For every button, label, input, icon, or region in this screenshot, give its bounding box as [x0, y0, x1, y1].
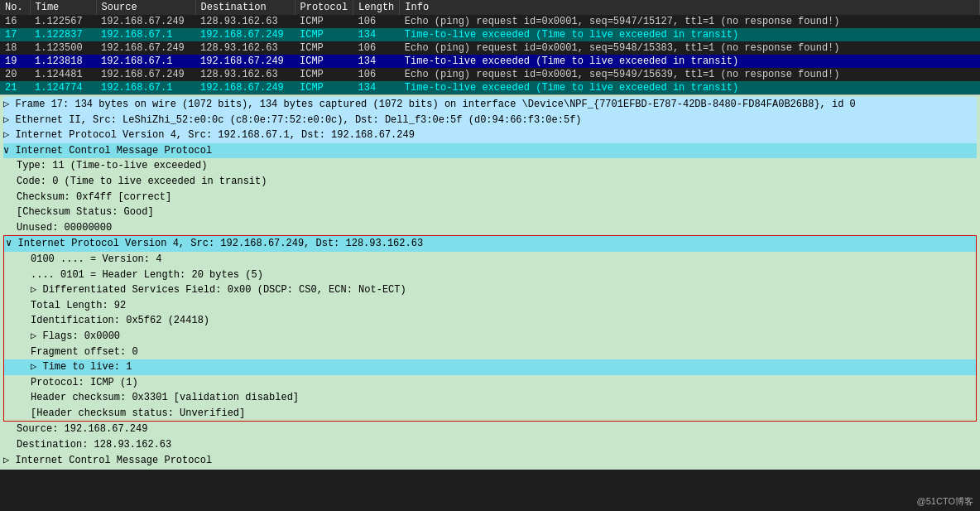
- icmp-type-line: Type: 11 (Time-to-live exceeded): [3, 158, 977, 174]
- table-cell-2: 192.168.67.249: [96, 41, 195, 55]
- inner-ip-proto-line: Protocol: ICMP (1): [4, 375, 976, 391]
- table-cell-1: 1.124774: [30, 81, 96, 94]
- inner-ip-version-text: 0100 .... = Version: 4: [31, 253, 161, 265]
- ethernet-text: Ethernet II, Src: LeShiZhi_52:e0:0c (c8:…: [15, 114, 581, 126]
- icmp-unused-line: Unused: 00000000: [3, 220, 977, 236]
- icmp-inner-line[interactable]: ▷ Internet Control Message Protocol: [3, 453, 977, 469]
- col-header-dst: Destination: [195, 0, 295, 15]
- table-cell-5: 106: [353, 15, 400, 28]
- icmp-inner-text: Internet Control Message Protocol: [15, 455, 212, 466]
- table-cell-3: 192.168.67.249: [195, 55, 295, 68]
- ipv4-outer-line[interactable]: ▷ Internet Protocol Version 4, Src: 192.…: [3, 128, 977, 143]
- inner-ip-ttl-text: Time to live: 1: [42, 361, 132, 373]
- col-header-len: Length: [353, 0, 400, 15]
- icmp-code-text: Code: 0 (Time to live exceeded in transi…: [17, 176, 267, 187]
- inner-ip-title-line[interactable]: ∨ Internet Protocol Version 4, Src: 192.…: [4, 236, 976, 252]
- table-row[interactable]: 201.124481192.168.67.249128.93.162.63ICM…: [0, 68, 980, 81]
- table-cell-6: Time-to-live exceeded (Time to live exce…: [400, 81, 980, 94]
- col-header-src: Source: [96, 0, 195, 15]
- table-row[interactable]: 211.124774192.168.67.1192.168.67.249ICMP…: [0, 81, 980, 94]
- table-cell-4: ICMP: [295, 68, 353, 81]
- table-cell-4: ICMP: [295, 55, 353, 68]
- col-header-time: Time: [30, 0, 96, 15]
- table-cell-4: ICMP: [295, 15, 353, 28]
- inner-ip-total-len-text: Total Length: 92: [31, 300, 126, 311]
- inner-ip-version-line: 0100 .... = Version: 4: [4, 252, 976, 268]
- table-cell-3: 128.93.162.63: [195, 15, 295, 28]
- inner-ip-ttl-line[interactable]: ▷ Time to live: 1: [4, 359, 976, 375]
- table-cell-5: 106: [353, 68, 400, 81]
- inner-ip-title-text: Internet Protocol Version 4, Src: 192.16…: [17, 238, 423, 249]
- inner-ip-dst-line: Destination: 128.93.162.63: [3, 437, 977, 453]
- ipv4-outer-arrow: ▷: [3, 129, 15, 141]
- inner-ip-header-len-text: .... 0101 = Header Length: 20 bytes (5): [31, 269, 263, 281]
- table-cell-3: 128.93.162.63: [195, 68, 295, 81]
- inner-ip-id-line: Identification: 0x5f62 (24418): [4, 313, 976, 329]
- table-cell-6: Echo (ping) request id=0x0001, seq=5948/…: [400, 41, 980, 55]
- inner-ip-arrow: ∨: [6, 238, 17, 249]
- icmp-checksum-text: Checksum: 0xf4ff [correct]: [17, 191, 171, 203]
- table-cell-3: 192.168.67.249: [195, 28, 295, 41]
- inner-ip-dsfield-arrow: ▷: [31, 284, 42, 296]
- frame-line[interactable]: ▷ Frame 17: 134 bytes on wire (1072 bits…: [3, 97, 977, 113]
- table-cell-5: 106: [353, 41, 400, 55]
- inner-ip-dst-text: Destination: 128.93.162.63: [17, 439, 171, 451]
- table-row[interactable]: 161.122567192.168.67.249128.93.162.63ICM…: [0, 15, 980, 28]
- table-cell-6: Time-to-live exceeded (Time to live exce…: [400, 55, 980, 68]
- inner-ip-ttl-arrow: ▷: [31, 361, 42, 373]
- ethernet-line[interactable]: ▷ Ethernet II, Src: LeShiZhi_52:e0:0c (c…: [3, 113, 977, 128]
- table-cell-1: 1.124481: [30, 68, 96, 81]
- inner-ip-src-text: Source: 192.168.67.249: [17, 423, 147, 435]
- detail-pane: ▷ Frame 17: 134 bytes on wire (1072 bits…: [0, 94, 980, 470]
- inner-ip-dsfield-text: Differentiated Services Field: 0x00 (DSC…: [42, 284, 406, 296]
- packet-table: No. Time Source Destination Protocol Len…: [0, 0, 980, 94]
- inner-ip-box: ∨ Internet Protocol Version 4, Src: 192.…: [3, 235, 977, 422]
- inner-ip-hchecksum-text: Header checksum: 0x3301 [validation disa…: [31, 392, 299, 403]
- table-cell-1: 1.123500: [30, 41, 96, 55]
- icmp-outer-line[interactable]: ∨ Internet Control Message Protocol: [3, 143, 977, 159]
- icmp-checksum-status-text: [Checksum Status: Good]: [17, 206, 154, 218]
- table-cell-0: 16: [0, 15, 30, 28]
- table-cell-3: 192.168.67.249: [195, 81, 295, 94]
- icmp-inner-arrow: ▷: [3, 455, 15, 466]
- frame-text: Frame 17: 134 bytes on wire (1072 bits),…: [15, 99, 855, 110]
- icmp-type-text: Type: 11 (Time-to-live exceeded): [17, 160, 207, 171]
- table-row[interactable]: 171.122837192.168.67.1192.168.67.249ICMP…: [0, 28, 980, 41]
- inner-ip-total-len-line: Total Length: 92: [4, 298, 976, 314]
- inner-ip-src-line: Source: 192.168.67.249: [3, 422, 977, 437]
- table-row[interactable]: 181.123500192.168.67.249128.93.162.63ICM…: [0, 41, 980, 55]
- table-cell-0: 20: [0, 68, 30, 81]
- inner-ip-proto-text: Protocol: ICMP (1): [31, 377, 138, 388]
- col-header-proto: Protocol: [295, 0, 353, 15]
- inner-ip-flags-text: Flags: 0x0000: [42, 330, 120, 342]
- inner-ip-frag-line: Fragment offset: 0: [4, 345, 976, 360]
- table-cell-1: 1.123818: [30, 55, 96, 68]
- table-cell-4: ICMP: [295, 28, 353, 41]
- table-cell-0: 18: [0, 41, 30, 55]
- col-header-info: Info: [400, 0, 980, 15]
- icmp-code-line: Code: 0 (Time to live exceeded in transi…: [3, 174, 977, 190]
- frame-arrow: ▷: [3, 99, 15, 110]
- icmp-unused-text: Unused: 00000000: [17, 222, 112, 234]
- table-cell-2: 192.168.67.249: [96, 68, 195, 81]
- icmp-checksum-status-line: [Checksum Status: Good]: [3, 205, 977, 220]
- table-cell-6: Time-to-live exceeded (Time to live exce…: [400, 28, 980, 41]
- table-cell-6: Echo (ping) request id=0x0001, seq=5949/…: [400, 68, 980, 81]
- table-cell-0: 19: [0, 55, 30, 68]
- inner-ip-header-len-line: .... 0101 = Header Length: 20 bytes (5): [4, 268, 976, 283]
- ethernet-arrow: ▷: [3, 114, 15, 126]
- table-row[interactable]: 191.123818192.168.67.1192.168.67.249ICMP…: [0, 55, 980, 68]
- table-cell-0: 17: [0, 28, 30, 41]
- table-cell-5: 134: [353, 28, 400, 41]
- inner-ip-hchecksum-line: Header checksum: 0x3301 [validation disa…: [4, 390, 976, 406]
- table-cell-5: 134: [353, 55, 400, 68]
- table-cell-3: 128.93.162.63: [195, 41, 295, 55]
- table-cell-6: Echo (ping) request id=0x0001, seq=5947/…: [400, 15, 980, 28]
- table-cell-2: 192.168.67.1: [96, 81, 195, 94]
- icmp-checksum-line: Checksum: 0xf4ff [correct]: [3, 190, 977, 205]
- inner-ip-frag-text: Fragment offset: 0: [31, 346, 138, 358]
- inner-ip-flags-line[interactable]: ▷ Flags: 0x0000: [4, 329, 976, 345]
- inner-ip-id-text: Identification: 0x5f62 (24418): [31, 315, 209, 326]
- inner-ip-dsfield-line[interactable]: ▷ Differentiated Services Field: 0x00 (D…: [4, 282, 976, 298]
- table-cell-0: 21: [0, 81, 30, 94]
